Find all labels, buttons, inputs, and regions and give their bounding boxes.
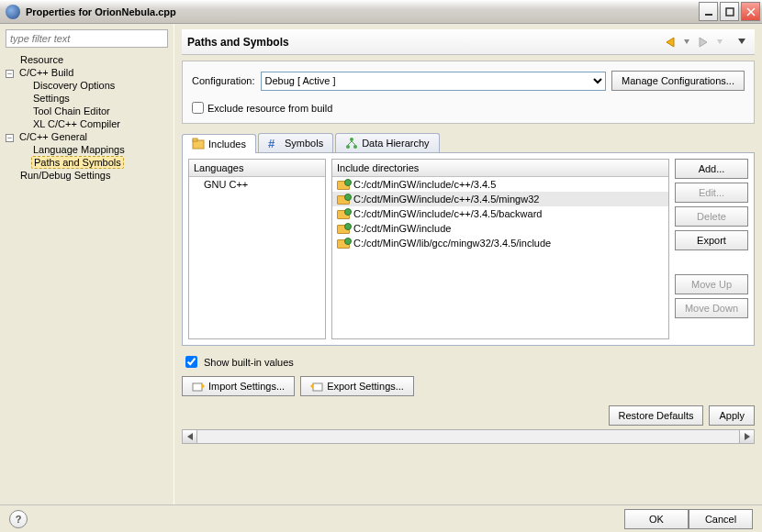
svg-rect-16 [193,383,202,391]
svg-marker-8 [738,39,745,44]
category-tree-pane: Resource −C/C++ Build Discovery Options … [0,24,174,504]
tree-xl[interactable]: XL C/C++ Compiler [31,117,122,130]
tree-settings[interactable]: Settings [31,92,72,105]
tree-discovery[interactable]: Discovery Options [31,79,117,92]
eclipse-icon [6,5,20,19]
svg-rect-1 [726,8,734,16]
svg-rect-0 [705,14,712,16]
language-item[interactable]: GNU C++ [189,177,325,192]
include-dir-item[interactable]: C:/cdt/MinGW/include/c++/3.4.5/backward [332,206,668,221]
category-tree[interactable]: Resource −C/C++ Build Discovery Options … [6,53,168,499]
maximize-button[interactable] [720,2,739,21]
back-menu-arrow[interactable] [679,35,694,50]
import-icon [192,381,205,392]
include-dirs-header: Include directories [332,160,668,177]
show-builtin-checkbox[interactable] [185,356,197,368]
page-title: Paths and Symbols [187,36,661,49]
apply-button[interactable]: Apply [709,405,755,426]
title-bar: Properties for OrionNebula.cpp [0,0,762,24]
tree-paths-symbols[interactable]: Paths and Symbols [31,156,124,169]
right-pane: Paths and Symbols Configuration: Debug [… [174,24,762,504]
tab-includes[interactable]: Includes [182,134,256,153]
folder-builtin-icon [337,225,350,234]
close-button[interactable] [741,2,760,21]
show-builtin-label: Show built-in values [204,357,294,368]
forward-button[interactable] [696,35,711,50]
svg-marker-19 [310,383,313,389]
tree-resource[interactable]: Resource [18,53,65,66]
move-up-button[interactable]: Move Up [675,274,748,294]
forward-menu-arrow[interactable] [712,35,727,50]
languages-header: Languages [189,160,325,177]
edit-button[interactable]: Edit... [675,183,748,203]
window-title: Properties for OrionNebula.cpp [26,6,697,17]
tree-build[interactable]: C/C++ Build [17,66,75,79]
hierarchy-icon [345,137,358,150]
minimize-button[interactable] [699,2,718,21]
languages-list[interactable]: Languages GNU C++ [188,159,326,339]
svg-line-15 [352,141,355,145]
svg-rect-10 [193,139,197,141]
dialog-button-bar: ? OK Cancel [0,504,762,532]
svg-point-12 [346,145,350,149]
tab-data-hierarchy[interactable]: Data Hierarchy [335,133,439,152]
tree-general[interactable]: C/C++ General [17,130,89,143]
include-dir-item[interactable]: C:/cdt/MinGW/include/c++/3.4.5 [332,177,668,192]
configuration-label: Configuration: [192,75,255,86]
include-directories-list[interactable]: Include directories C:/cdt/MinGW/include… [331,159,669,339]
svg-marker-4 [667,38,674,47]
restore-defaults-button[interactable]: Restore Defaults [609,405,704,426]
collapse-icon[interactable]: − [6,70,14,78]
exclude-label: Exclude resource from build [207,103,332,114]
ok-button[interactable]: OK [624,509,689,529]
horizontal-scrollbar[interactable] [182,429,755,444]
svg-marker-6 [700,38,707,47]
export-icon [310,381,323,392]
symbols-icon: # [268,137,281,150]
collapse-icon[interactable]: − [6,134,14,142]
configuration-select[interactable]: Debug [ Active ] [261,72,607,91]
page-header: Paths and Symbols [182,29,755,55]
svg-marker-5 [684,39,689,44]
directory-action-buttons: Add... Edit... Delete Export Move Up Mov… [675,159,748,339]
include-dir-item[interactable]: C:/cdt/MinGW/include/c++/3.4.5/mingw32 [332,192,668,206]
svg-marker-17 [202,383,205,389]
add-button[interactable]: Add... [675,159,748,179]
folder-builtin-icon [337,239,350,249]
tab-body-includes: Languages GNU C++ Include directories C:… [182,153,755,346]
includes-icon [192,138,205,150]
help-button[interactable]: ? [9,510,28,528]
tab-symbols[interactable]: # Symbols [258,133,333,152]
filter-input[interactable] [6,29,168,48]
scroll-right-icon[interactable] [739,430,754,443]
import-settings-button[interactable]: Import Settings... [182,376,295,396]
include-dir-item[interactable]: C:/cdt/MinGW/lib/gcc/mingw32/3.4.5/inclu… [332,236,668,250]
svg-marker-20 [187,433,193,440]
config-group: Configuration: Debug [ Active ] Manage C… [182,61,755,124]
cancel-button[interactable]: Cancel [689,509,753,529]
view-menu-arrow[interactable] [734,35,749,50]
svg-rect-18 [313,383,322,391]
svg-point-13 [353,145,357,149]
move-down-button[interactable]: Move Down [675,298,748,318]
delete-button[interactable]: Delete [675,206,748,227]
folder-builtin-icon [337,195,350,205]
svg-marker-7 [717,39,723,44]
tree-rundebug[interactable]: Run/Debug Settings [18,169,112,182]
include-dir-item[interactable]: C:/cdt/MinGW/include [332,221,668,236]
exclude-checkbox[interactable] [192,102,204,114]
folder-builtin-icon [337,210,350,219]
tree-langmap[interactable]: Language Mappings [31,143,127,156]
svg-point-11 [350,138,353,141]
tree-toolchain[interactable]: Tool Chain Editor [31,105,112,117]
manage-configurations-button[interactable]: Manage Configurations... [611,71,745,91]
export-settings-button[interactable]: Export Settings... [300,376,414,396]
svg-marker-21 [745,433,750,440]
scroll-left-icon[interactable] [183,430,197,443]
export-button[interactable]: Export [675,230,748,250]
folder-builtin-icon [337,181,350,190]
back-button[interactable] [663,35,678,50]
tab-bar: Includes # Symbols Data Hierarchy [182,133,755,153]
svg-line-14 [348,141,352,145]
